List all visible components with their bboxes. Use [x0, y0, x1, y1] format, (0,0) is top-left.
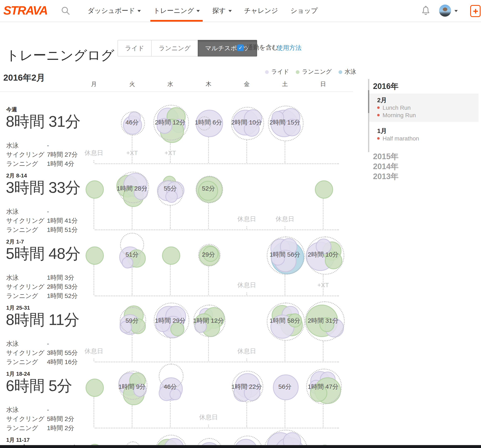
activity-duration-label: 1時間 28分	[117, 185, 147, 193]
activity-duration-label: 1時間 6分	[195, 119, 222, 127]
activity-duration-label: 1時間 22分	[231, 383, 262, 391]
nav-item-label: 探す	[212, 7, 226, 15]
week-stat-value: 1時間 51分	[47, 226, 78, 233]
week-stat-label: サイクリング	[6, 348, 47, 357]
goal-dotted-ring	[158, 180, 183, 206]
week-stat-row: サイクリング7時間 27分	[6, 150, 78, 159]
nav-item-challenges[interactable]: チャレンジ	[238, 0, 284, 22]
week-stat-value: -	[47, 406, 49, 413]
training-week-row: 1月 18-246時間 5分水泳-サイクリング5時間 2分ランニング1時間 2分…	[0, 370, 357, 436]
bubble-stem	[93, 397, 94, 427]
week-stat-row: 水泳-	[6, 339, 78, 348]
week-stats: 水泳1時間 3分サイクリング2時間 53分ランニング1時間 52分	[6, 273, 78, 300]
week-stat-row: ランニング1時間 51分	[6, 225, 78, 234]
activity-bullet-icon	[377, 106, 380, 109]
activity-duration-label: 1時間 56分	[270, 251, 300, 259]
sidebar-activity-name: Half marathon	[383, 135, 419, 142]
bubble-stem	[285, 275, 285, 295]
week-stat-label: 水泳	[6, 207, 47, 216]
week-stat-value: 5時間 2分	[47, 415, 74, 422]
bubble-stem	[132, 268, 133, 295]
rest-day-label: 休息日	[237, 347, 256, 355]
avatar-menu-chevron-icon[interactable]	[454, 10, 458, 12]
week-baseline	[95, 163, 339, 164]
bubble-stem	[170, 401, 171, 427]
bubble-stem	[208, 203, 209, 229]
nav-item-dashboard[interactable]: ダッシュボード	[81, 0, 147, 22]
search-icon[interactable]	[61, 6, 70, 17]
bubble-stem	[132, 405, 133, 427]
activity-duration-label: 46分	[125, 119, 139, 127]
week-stat-label: ランニング	[6, 424, 47, 433]
strava-logo[interactable]: STRAVA	[3, 4, 47, 17]
add-activity-button[interactable]	[470, 5, 481, 17]
week-stat-label: ランニング	[6, 291, 47, 300]
rest-day-tick	[246, 227, 247, 229]
activity-duration-label: 29分	[202, 251, 215, 259]
sidebar-scroll-thumb[interactable]	[368, 90, 369, 113]
week-stat-value: 1時間 41分	[47, 217, 78, 224]
sidebar-year-link[interactable]: 2014年	[373, 162, 479, 172]
rest-day-tick	[93, 160, 94, 163]
week-stat-label: 水泳	[6, 405, 47, 414]
nav-item-training[interactable]: トレーニング	[147, 0, 206, 22]
activity-duration-label: 1時間 12分	[193, 317, 224, 325]
run-activity-circle	[162, 246, 180, 265]
bubble-stem	[208, 266, 209, 295]
rest-day-label: 休息日	[84, 347, 103, 355]
week-stat-value: -	[47, 142, 49, 149]
sidebar-month-link[interactable]: 1月	[377, 127, 479, 135]
sidebar-month-block: 1月Half marathon	[369, 124, 479, 145]
week-stat-label: 水泳	[6, 273, 47, 282]
sidebar-activity-link[interactable]: Half marathon	[377, 135, 479, 142]
rest-day-label: 休息日	[84, 149, 103, 157]
nav-item-shop[interactable]: ショップ	[284, 0, 324, 22]
rest-day-label: 休息日	[276, 215, 294, 223]
sidebar-month-link[interactable]: 2月	[377, 96, 479, 104]
week-stat-value: 7時間 27分	[47, 151, 78, 158]
nav-item-explore[interactable]: 探す	[206, 0, 238, 22]
activity-duration-label: 1時間 9分	[118, 383, 146, 391]
training-weeks: 今週8時間 31分水泳-サイクリング7時間 27分ランニング1時間 4分休息日4…	[0, 0, 357, 448]
strava-training-log-page: STRAVA ダッシュボードトレーニング探すチャレンジショップ トレーニングログ…	[0, 0, 481, 448]
week-stat-row: ランニング1時間 2分	[6, 424, 74, 433]
bubble-stem	[246, 140, 247, 163]
week-stats: 水泳-サイクリング5時間 2分ランニング1時間 2分	[6, 405, 74, 433]
user-avatar[interactable]	[439, 5, 451, 17]
activity-duration-label: 2時間 12分	[155, 119, 186, 127]
activity-bullet-icon	[377, 137, 380, 140]
rest-day-label: 休息日	[237, 281, 256, 289]
nav-item-label: トレーニング	[153, 7, 194, 15]
week-stat-label: 水泳	[6, 141, 47, 150]
activity-duration-label: 2時間 31分	[308, 317, 338, 325]
notifications-bell-icon[interactable]	[422, 6, 430, 17]
week-baseline	[95, 229, 339, 230]
week-stat-row: ランニング1時間 52分	[6, 291, 78, 300]
week-stat-value: 3時間 55分	[47, 349, 78, 356]
activity-duration-label: 2時間 10分	[308, 251, 338, 259]
week-total-duration: 6時間 5分	[6, 376, 72, 396]
sidebar-month-block: 2月Lunch RunMorning Run	[369, 93, 479, 122]
week-stat-row: サイクリング1時間 41分	[6, 216, 78, 225]
sidebar-past-years: 2015年2014年2013年	[373, 152, 479, 182]
sidebar-activity-link[interactable]: Lunch Run	[377, 104, 479, 111]
sidebar-activity-link[interactable]: Morning Run	[377, 111, 479, 119]
activity-duration-label: 2時間 15分	[270, 119, 300, 127]
sidebar-year-link[interactable]: 2015年	[373, 152, 479, 162]
week-baseline	[95, 428, 339, 428]
activity-duration-label: 52分	[202, 185, 215, 193]
week-stats: 水泳-サイクリング3時間 55分ランニング4時間 16分	[6, 339, 78, 366]
sidebar-year-current[interactable]: 2016年	[373, 81, 479, 92]
sidebar-activity-name: Lunch Run	[383, 104, 411, 111]
nav-item-label: ダッシュボード	[88, 7, 135, 15]
week-stat-value: 1時間 2分	[47, 424, 74, 431]
run-activity-circle	[86, 379, 104, 397]
chevron-down-icon	[138, 10, 141, 12]
week-stat-label: 水泳	[6, 339, 47, 348]
sidebar-year-link[interactable]: 2013年	[373, 172, 479, 182]
week-stat-value: 1時間 4分	[47, 160, 74, 167]
week-stat-label: ランニング	[6, 225, 47, 234]
activity-duration-label: 1時間 29分	[155, 317, 186, 325]
bubble-stem	[170, 206, 171, 229]
week-stat-label: ランニング	[6, 357, 47, 366]
